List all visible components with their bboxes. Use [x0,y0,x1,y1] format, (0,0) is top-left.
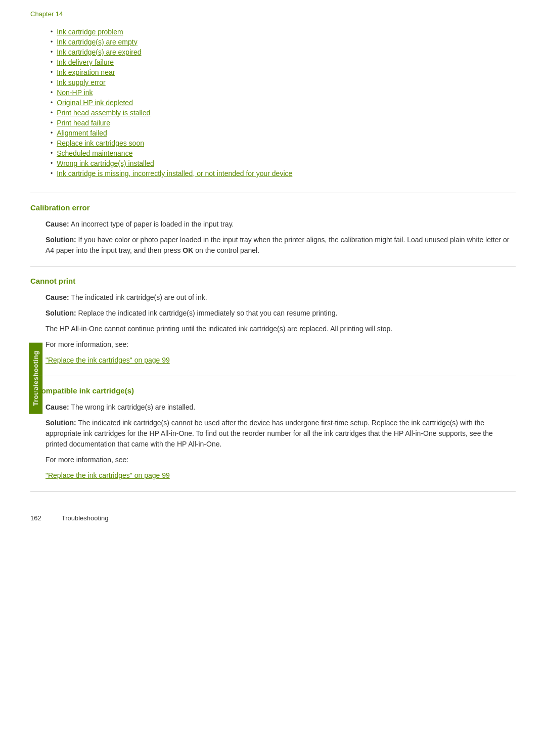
toc-link-7[interactable]: Original HP ink depleted [57,99,133,107]
toc-item: Ink cartridge is missing, incorrectly in… [51,169,516,177]
toc-list: Ink cartridge problemInk cartridge(s) ar… [51,28,516,177]
toc-link-6[interactable]: Non-HP ink [57,88,93,97]
toc-item: Ink expiration near [51,68,516,76]
cannot-print-extra-1: The HP All-in-One cannot continue printi… [46,324,516,334]
toc-link-5[interactable]: Ink supply error [57,78,105,86]
cannot-print-solution-block: Solution: Replace the indicated ink cart… [46,308,516,319]
section-incompatible-ink: Incompatible ink cartridge(s) Cause: The… [30,386,516,481]
toc-item: Wrong ink cartridge(s) installed [51,159,516,167]
incompatible-cause-label: Cause: [46,403,69,411]
cannot-print-solution-text: Replace the indicated ink cartridge(s) i… [76,309,338,317]
calibration-cause-para: Cause: An incorrect type of paper is loa… [46,219,516,230]
toc-link-0[interactable]: Ink cartridge problem [57,28,123,36]
toc-item: Replace ink cartridges soon [51,139,516,147]
calibration-solution-text-after: on the control panel. [193,246,259,254]
section-divider-3 [30,376,516,376]
toc-link-13[interactable]: Wrong ink cartridge(s) installed [57,159,154,167]
section-divider-4 [30,491,516,492]
toc-item: Scheduled maintenance [51,149,516,157]
toc-item: Non-HP ink [51,88,516,97]
toc-item: Ink delivery failure [51,58,516,66]
cannot-print-extra-block: The HP All-in-One cannot continue printi… [46,324,516,366]
section-title-incompatible: Incompatible ink cartridge(s) [30,386,516,395]
calibration-ok-bold: OK [183,246,193,254]
cannot-print-cause-para: Cause: The indicated ink cartridge(s) ar… [46,292,516,303]
toc-link-4[interactable]: Ink expiration near [57,68,115,76]
toc-link-10[interactable]: Alignment failed [57,129,107,137]
incompatible-solution-label: Solution: [46,419,76,427]
toc-item: Ink supply error [51,78,516,86]
section-divider-2 [30,266,516,266]
cannot-print-extra-2: For more information, see: [46,339,516,350]
incompatible-link: "Replace the ink cartridges" on page 99 [46,470,516,481]
footer-label: Troubleshooting [62,514,109,522]
toc-item: Alignment failed [51,129,516,137]
cannot-print-solution-para: Solution: Replace the indicated ink cart… [46,308,516,319]
calibration-solution-label: Solution: [46,236,76,244]
toc-item: Ink cartridge problem [51,28,516,36]
toc-item: Original HP ink depleted [51,99,516,107]
section-divider-1 [30,193,516,193]
incompatible-cause-text: The wrong ink cartridge(s) are installed… [69,403,196,411]
toc-link-12[interactable]: Scheduled maintenance [57,149,132,157]
incompatible-extra-1: For more information, see: [46,455,516,465]
section-cannot-print: Cannot print Cause: The indicated ink ca… [30,277,516,366]
toc-link-1[interactable]: Ink cartridge(s) are empty [57,38,138,46]
toc-link-11[interactable]: Replace ink cartridges soon [57,139,144,147]
section-calibration-error: Calibration error Cause: An incorrect ty… [30,203,516,256]
toc-link-2[interactable]: Ink cartridge(s) are expired [57,48,141,56]
calibration-solution-block: Solution: If you have color or photo pap… [46,235,516,256]
incompatible-solution-text: The indicated ink cartridge(s) cannot be… [46,419,493,448]
toc-link-8[interactable]: Print head assembly is stalled [57,109,150,117]
incompatible-cause-block: Cause: The wrong ink cartridge(s) are in… [46,402,516,413]
section-title-calibration: Calibration error [30,203,516,212]
incompatible-link-anchor[interactable]: "Replace the ink cartridges" on page 99 [46,471,170,479]
incompatible-extra-block: For more information, see: "Replace the … [46,455,516,481]
toc-item: Ink cartridge(s) are expired [51,48,516,56]
calibration-cause-label: Cause: [46,220,69,228]
calibration-solution-para: Solution: If you have color or photo pap… [46,235,516,256]
page-footer: 162 Troubleshooting [30,514,108,522]
page-number: 162 [30,514,41,522]
incompatible-solution-block: Solution: The indicated ink cartridge(s)… [46,418,516,450]
toc-link-14[interactable]: Ink cartridge is missing, incorrectly in… [57,169,292,177]
cannot-print-solution-label: Solution: [46,309,76,317]
calibration-solution-text: If you have color or photo paper loaded … [46,236,510,254]
calibration-cause-block: Cause: An incorrect type of paper is loa… [46,219,516,230]
cannot-print-cause-block: Cause: The indicated ink cartridge(s) ar… [46,292,516,303]
toc-item: Ink cartridge(s) are empty [51,38,516,46]
incompatible-solution-para: Solution: The indicated ink cartridge(s)… [46,418,516,450]
toc-item: Print head failure [51,119,516,127]
cannot-print-link: "Replace the ink cartridges" on page 99 [46,355,516,366]
toc-link-9[interactable]: Print head failure [57,119,110,127]
calibration-cause-text: An incorrect type of paper is loaded in … [69,220,234,228]
chapter-header: Chapter 14 [30,10,516,18]
toc-link-3[interactable]: Ink delivery failure [57,58,114,66]
cannot-print-link-anchor[interactable]: "Replace the ink cartridges" on page 99 [46,356,170,364]
section-title-cannot-print: Cannot print [30,277,516,285]
incompatible-cause-para: Cause: The wrong ink cartridge(s) are in… [46,402,516,413]
cannot-print-cause-text: The indicated ink cartridge(s) are out o… [69,293,207,301]
cannot-print-cause-label: Cause: [46,293,69,301]
toc-item: Print head assembly is stalled [51,109,516,117]
